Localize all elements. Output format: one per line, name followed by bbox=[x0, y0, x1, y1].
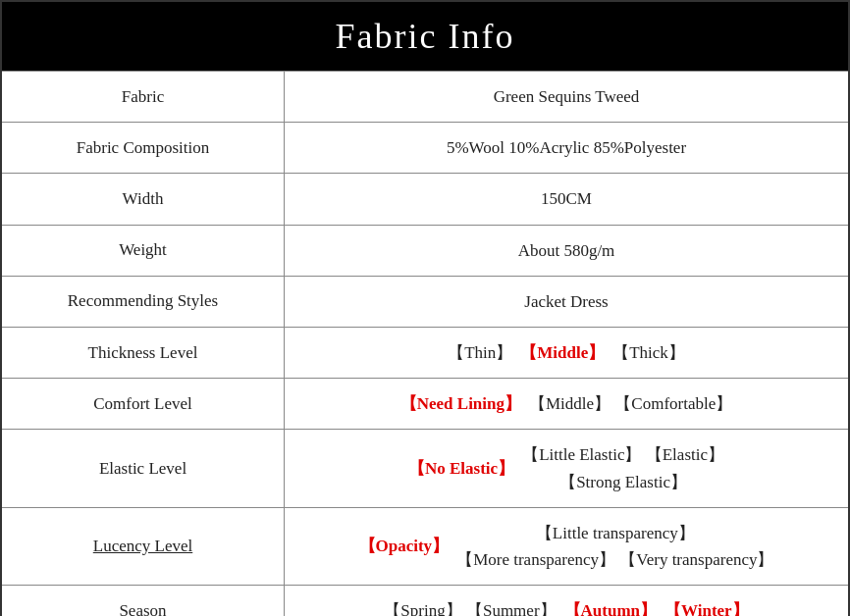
row-label: Season bbox=[2, 586, 285, 616]
table-row: Thickness Level【Thin】 【Middle】 【Thick】 bbox=[2, 327, 848, 378]
table-row: Comfort Level【Need Lining】 【Middle】 【Com… bbox=[2, 378, 848, 429]
row-label: Elastic Level bbox=[2, 430, 285, 506]
row-value: 5%Wool 10%Acrylic 85%Polyester bbox=[285, 123, 848, 173]
row-label: Thickness Level bbox=[2, 328, 285, 378]
table-row: Width150CM bbox=[2, 173, 848, 224]
row-value: 【Opacity】 【Little transparency】【More tra… bbox=[285, 508, 848, 585]
table-row: FabricGreen Sequins Tweed bbox=[2, 71, 848, 122]
row-label: Comfort Level bbox=[2, 379, 285, 429]
row-value: About 580g/m bbox=[285, 226, 848, 276]
fabric-info-table: Fabric Info FabricGreen Sequins TweedFab… bbox=[0, 0, 850, 616]
table-row: Recommending StylesJacket Dress bbox=[2, 276, 848, 327]
table-row: Season【Spring】 【Summer】 【Autumn】 【Winter… bbox=[2, 585, 848, 616]
row-label: Recommending Styles bbox=[2, 277, 285, 327]
row-value: 【Need Lining】 【Middle】 【Comfortable】 bbox=[285, 379, 848, 429]
row-label: Width bbox=[2, 174, 285, 224]
row-value: Jacket Dress bbox=[285, 277, 848, 327]
row-label: Fabric bbox=[2, 72, 285, 122]
table-row: WeightAbout 580g/m bbox=[2, 225, 848, 276]
row-value: 【Spring】 【Summer】 【Autumn】 【Winter】 bbox=[285, 586, 848, 616]
table-row: Elastic Level【No Elastic】 【Little Elasti… bbox=[2, 429, 848, 506]
table-title: Fabric Info bbox=[2, 2, 848, 71]
table-row: Fabric Composition5%Wool 10%Acrylic 85%P… bbox=[2, 122, 848, 173]
row-label: Fabric Composition bbox=[2, 123, 285, 173]
table-row: Lucency Level【Opacity】 【Little transpare… bbox=[2, 507, 848, 585]
row-label: Weight bbox=[2, 226, 285, 276]
row-value: 【Thin】 【Middle】 【Thick】 bbox=[285, 328, 848, 378]
row-value: 【No Elastic】 【Little Elastic】 【Elastic】【… bbox=[285, 430, 848, 506]
row-label: Lucency Level bbox=[2, 508, 285, 585]
row-value: Green Sequins Tweed bbox=[285, 72, 848, 122]
row-value: 150CM bbox=[285, 174, 848, 224]
